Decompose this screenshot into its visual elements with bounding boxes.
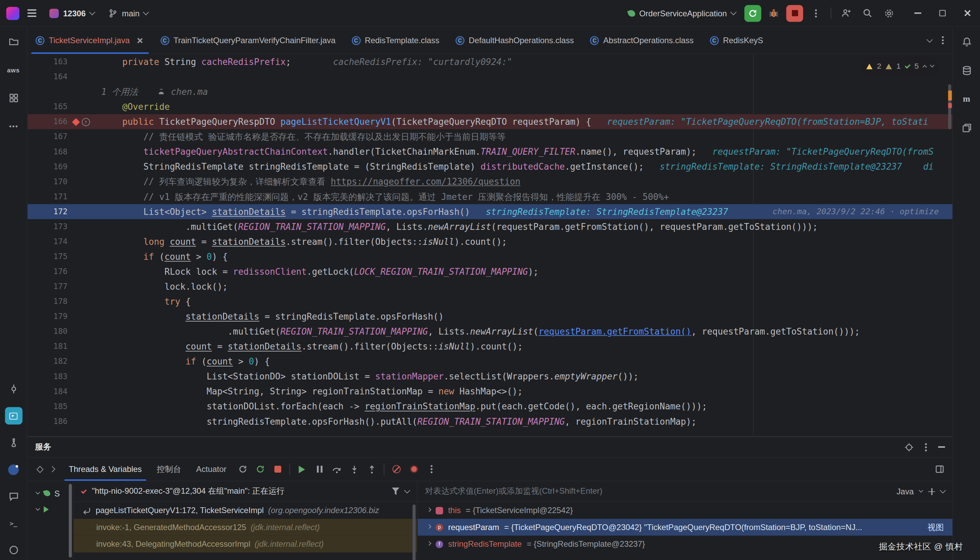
code-line-178[interactable]: 178 try { [28,294,952,309]
mute-breakpoints-button[interactable] [388,461,405,477]
code-editor[interactable]: 163 private String cacheRedisPrefix; cac… [28,54,952,437]
project-widget[interactable]: 12306 [44,6,99,20]
tab-abstractoperations[interactable]: C AbstractOperations.class [582,27,702,54]
code-line-168[interactable]: 168 ticketPageQueryAbstractChainContext.… [28,144,952,159]
line-number[interactable]: 169 [28,159,68,174]
line-number[interactable]: 165 [28,99,68,114]
chevron-down-icon[interactable] [404,487,410,493]
hide-panel-icon[interactable] [938,447,945,448]
line-number[interactable]: 168 [28,144,68,159]
code-line-180[interactable]: 180 .multiGet(REGION_TRAIN_STATION_MAPPI… [28,324,952,339]
services-tree[interactable]: S [28,482,74,560]
line-number[interactable]: 183 [28,369,68,384]
gutter[interactable] [67,219,101,234]
line-number[interactable]: 163 [28,54,68,69]
code-line-182[interactable]: 182 if (count > 0) { [28,354,952,369]
code-line-176[interactable]: 176 RLock lock = redissonClient.getLock(… [28,264,952,279]
code-line-181[interactable]: 181 count = stationDetails.stream().filt… [28,339,952,354]
lua-tool-button[interactable] [5,461,22,478]
tab-actuator[interactable]: Actuator [189,458,233,481]
line-number[interactable]: 164 [28,69,68,84]
gutter[interactable] [67,294,101,309]
services-scrollbar-thumb[interactable] [69,484,72,558]
maven-tool-button[interactable]: m [958,90,975,108]
chevron-down-icon[interactable] [36,506,40,511]
code-line-183[interactable]: 183 List<StationDO> stationDOList = stat… [28,369,952,384]
gutter[interactable]: ↑ [67,114,101,129]
gutter[interactable] [67,129,101,144]
services-tree-node[interactable]: S [28,485,73,502]
gutter[interactable] [67,399,101,414]
rerun-debug-button[interactable] [234,461,251,477]
line-number[interactable]: 186 [28,414,68,429]
view-value-link[interactable]: 视图 [928,522,946,533]
evaluate-expression-field[interactable]: 对表达式求值(Enter)或添加监视(Ctrl+Shift+Enter) Jav… [418,482,953,502]
frames-scrollbar-thumb[interactable] [413,505,416,560]
line-number[interactable]: 173 [28,219,68,234]
main-menu-button[interactable] [23,4,40,22]
gutter[interactable] [67,204,101,219]
step-out-button[interactable] [364,461,380,477]
code-line-164[interactable]: 164 [28,69,952,84]
database-tool-button[interactable] [958,62,975,79]
tab-ticketserviceimpl[interactable]: C TicketServiceImpl.java [28,27,152,54]
messaging-tool-button[interactable] [5,488,22,505]
layout-settings-button[interactable] [932,461,948,477]
chevron-down-icon[interactable] [36,490,40,494]
run-config-widget[interactable]: OrderServiceApplication [623,6,741,20]
maximize-button[interactable] [930,0,955,27]
code-line-177[interactable]: 177 lock.lock(); [28,279,952,294]
step-over-button[interactable] [329,461,345,477]
variable-row[interactable]: this = {TicketServiceImpl@22542} [418,502,953,519]
aws-tool-button[interactable]: aws [5,61,22,78]
gutter[interactable] [67,264,101,279]
editor-scrollbar[interactable] [946,54,952,437]
gutter[interactable] [67,54,101,69]
gutter[interactable] [67,144,101,159]
code-line-166[interactable]: 166↑ public TicketPageQueryRespDTO pageL… [28,114,952,129]
stack-frame[interactable]: invoke:-1, GeneratedMethodAccessor125 (j… [74,519,417,536]
code-line-174[interactable]: 174 long count = stationDetails.stream()… [28,234,952,249]
diamond-nav-icon[interactable] [37,465,43,473]
gutter[interactable] [67,174,101,189]
line-number[interactable]: 177 [28,279,68,294]
chevron-right-icon[interactable] [427,541,431,545]
line-number[interactable]: 166 [28,114,68,129]
gutter[interactable] [67,324,101,339]
resume-button[interactable] [294,461,310,477]
code-line-186[interactable]: 186 stringRedisTemplate.opsForHash().put… [28,414,952,429]
debug-button[interactable] [765,4,782,22]
code-inlay-line[interactable]: 1 个用法 chen.ma [28,84,952,99]
line-number[interactable]: 172 [28,204,68,219]
services-tree-node[interactable] [28,501,73,517]
target-icon[interactable] [905,442,914,452]
tab-redistemplate[interactable]: C RedisTemplate.class [343,27,447,54]
gutter[interactable] [67,159,101,174]
code-line-175[interactable]: 175 if (count > 0) { [28,249,952,264]
settings-button[interactable] [880,4,897,22]
tab-defaulthashoperations[interactable]: C DefaultHashOperations.class [447,27,582,54]
filter-icon[interactable] [392,488,399,495]
line-number[interactable]: 181 [28,339,68,354]
code-line-170[interactable]: 170 // 列车查询逻辑较为复杂，详细解析文章查看 https://nageo… [28,174,952,189]
chevron-right-icon[interactable] [427,507,431,512]
gutter[interactable] [67,69,101,84]
code-with-me-button[interactable] [837,4,855,22]
search-everywhere-button[interactable] [859,4,876,22]
override-marker-icon[interactable]: ↑ [82,118,90,126]
code-line-167[interactable]: 167 // 责任链模式 验证城市名称是否存在、不存在加载缓存以及出发日期不能小… [28,129,952,144]
step-into-button[interactable] [346,461,363,477]
variable-row[interactable]: p requestParam = {TicketPageQueryReqDTO@… [418,519,953,536]
next-problem-icon[interactable] [930,63,934,67]
thread-selector[interactable]: "http-nio-9002-exec-3"@12,304 在组"main": … [74,482,417,502]
line-number[interactable]: 176 [28,264,68,279]
gutter[interactable] [67,369,101,384]
code-line-165[interactable]: 165 @Override [28,99,952,114]
tab-trainticketqueryparamverifychainfilter[interactable]: C TrainTicketQueryParamVerifyChainFilter… [152,27,343,54]
code-line-173[interactable]: 173 .multiGet(REGION_TRAIN_STATION_MAPPI… [28,219,952,234]
line-number[interactable]: 167 [28,129,68,144]
profiler-tool-button[interactable] [5,434,22,451]
code-line-169[interactable]: 169 StringRedisTemplate stringRedisTempl… [28,159,952,174]
services-tool-button[interactable] [5,407,22,424]
gutter[interactable] [67,279,101,294]
